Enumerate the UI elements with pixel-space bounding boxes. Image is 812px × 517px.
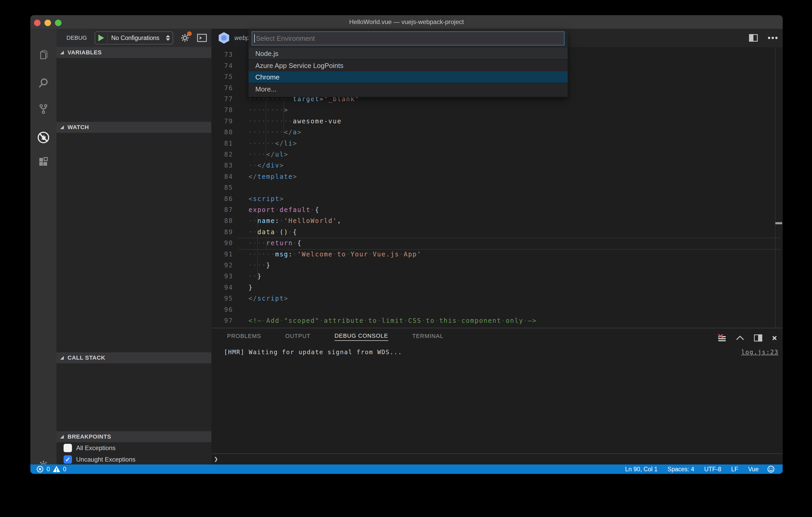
quick-pick-item[interactable]: Chrome [249,71,568,83]
code-line: 97<!—·Add·"scoped"·attribute·to·limit·CS… [211,315,783,327]
status-item[interactable]: Spaces: 4 [668,466,694,473]
code-line: 96 [211,304,783,315]
code-line: 78········> [211,104,783,116]
line-number: 76 [211,83,233,94]
code-line: 93··} [211,271,783,282]
code-line: 81······</li> [211,138,783,149]
code-line: 94} [211,282,783,293]
debug-icon[interactable] [30,126,57,149]
panel-tab-output[interactable]: OUTPUT [285,333,310,341]
console-prompt-icon: ❯ [214,455,218,463]
line-number: 92 [211,260,233,271]
code-line: 95</script> [211,293,783,304]
line-number: 97 [211,315,233,327]
checkbox-checked[interactable]: ✓ [64,455,72,464]
move-panel-icon[interactable] [754,334,762,342]
webpack-icon [219,32,229,44]
status-bar: 0 0 Ln 90, Col 1Spaces: 4UTF-8LFVue [30,464,783,474]
line-number: 84 [211,171,233,182]
line-number: 86 [211,193,233,205]
line-number: 90 [211,238,233,249]
start-debug-icon[interactable] [98,34,104,41]
toggle-debug-console-icon[interactable] [197,33,207,42]
split-editor-icon[interactable] [749,34,758,42]
code-line: 80········</a> [211,127,783,138]
quick-pick-item[interactable]: More... [249,83,568,95]
line-number: 96 [211,304,233,315]
configure-gear-icon[interactable] [180,33,190,43]
line-number: 95 [211,293,233,304]
panel-tab-problems[interactable]: PROBLEMS [227,333,261,341]
quick-pick-input[interactable]: Select Environment [252,31,564,45]
panel-tab-bar: PROBLEMSOUTPUTDEBUG CONSOLETERMINAL [227,328,443,345]
gear-badge [187,31,192,36]
section-header-call-stack[interactable]: CALL STACK [57,352,211,363]
code-line: 84</template> [211,171,783,182]
code-line: 91······msg:·'Welcome·to·Your·Vue.js·App… [211,249,783,260]
debug-configuration-select[interactable]: No Configurations [95,31,173,44]
checkbox-unchecked[interactable] [64,444,72,452]
debug-console-output: [HMR] Waiting for update signal from WDS… [224,349,402,356]
line-number: 89 [211,226,233,238]
line-number: 75 [211,71,233,83]
status-item[interactable]: Ln 90, Col 1 [625,466,658,473]
quick-pick-item[interactable]: Azure App Service LogPoints [249,60,568,71]
section-header-watch[interactable]: WATCH [57,122,211,133]
line-number: 74 [211,60,233,71]
source-control-icon[interactable] [30,97,57,121]
warning-count: 0 [63,466,66,473]
error-count: 0 [47,466,50,473]
code-line: 82····</ul> [211,149,783,160]
code-line: 92····} [211,260,783,271]
maximize-panel-icon[interactable] [736,335,744,341]
panel-actions: × [718,334,777,342]
quick-pick-list: Node.jsAzure App Service LogPointsChrome… [249,48,568,95]
status-item[interactable]: UTF-8 [704,466,721,473]
line-number: 80 [211,127,233,138]
breakpoint-label: All Exceptions [76,444,116,452]
quick-pick-item[interactable]: Node.js [249,48,568,60]
code-line: 87export·default·{ [211,204,783,216]
status-item[interactable]: Vue [748,466,759,473]
quick-pick-placeholder: Select Environment [256,34,315,42]
search-icon[interactable] [30,71,57,94]
panel-tab-debug-console[interactable]: DEBUG CONSOLE [335,332,388,341]
line-number: 73 [211,49,233,60]
source-location-link[interactable]: log.js:23 [741,349,779,356]
breakpoint-row[interactable]: ✓Uncaught Exceptions [57,454,211,465]
line-number: 93 [211,271,233,282]
clear-console-icon[interactable] [718,334,726,342]
more-actions-icon[interactable] [767,36,778,39]
line-number: 94 [211,282,233,293]
breakpoint-row[interactable]: All Exceptions [57,442,211,454]
section-header-breakpoints[interactable]: BREAKPOINTS [57,431,211,442]
text-cursor [254,34,255,42]
error-icon [36,465,44,473]
code-line: 79··········awesome-vue [211,116,783,127]
status-item[interactable]: LF [731,466,738,473]
line-number: 82 [211,149,233,160]
title-bar: HelloWorld.vue — vuejs-webpack-project [30,15,783,29]
explorer-icon[interactable] [30,43,57,66]
twisty-icon [60,356,64,360]
code-line: 86<script> [211,193,783,205]
panel-tab-terminal[interactable]: TERMINAL [412,333,443,341]
debug-toolbar: DEBUG No Configurations [57,29,211,47]
debug-console-input[interactable]: ❯ [211,454,783,464]
vscode-window: HelloWorld.vue — vuejs-webpack-project [30,15,783,474]
debug-view-title: DEBUG [66,34,87,41]
debug-sidebar: DEBUG No Configurations [57,29,211,464]
line-number: 81 [211,138,233,149]
line-number: 91 [211,249,233,260]
status-bar-right: Ln 90, Col 1Spaces: 4UTF-8LFVue [625,466,759,473]
twisty-icon [60,435,64,438]
twisty-icon [60,51,64,54]
feedback-smiley-icon[interactable] [767,465,775,473]
problems-status[interactable]: 0 0 [36,465,66,473]
code-line: 90····return·{ [211,238,783,249]
close-panel-icon[interactable]: × [772,334,777,342]
extensions-icon[interactable] [30,150,57,174]
line-number: 83 [211,160,233,171]
line-number: 88 [211,215,233,226]
section-header-variables[interactable]: VARIABLES [57,47,211,58]
